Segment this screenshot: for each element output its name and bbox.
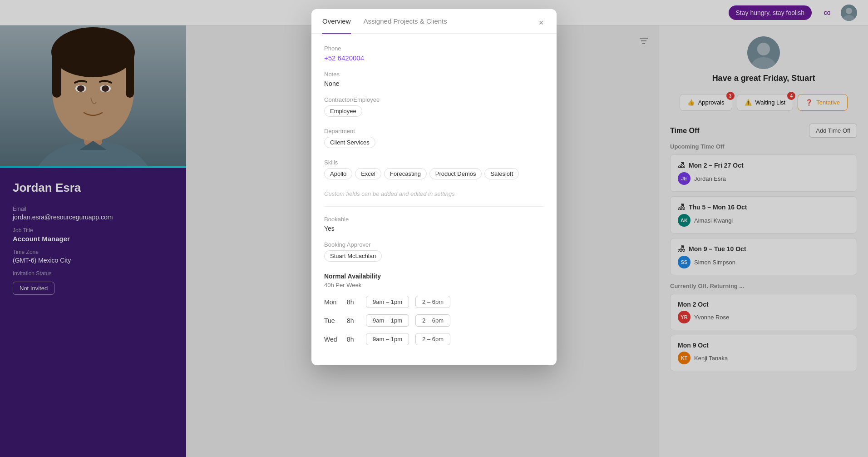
skill-tag: Apollo: [324, 168, 352, 179]
avail-hours: 8h: [347, 298, 360, 306]
contractor-field: Contractor/Employee Employee: [324, 96, 544, 119]
contractor-tag: Employee: [324, 105, 362, 117]
modal-close-button[interactable]: ×: [535, 16, 547, 29]
skills-field: Skills ApolloExcelForecastingProduct Dem…: [324, 159, 544, 181]
avail-slot-1: 9am – 1pm: [366, 333, 409, 345]
contractor-label: Contractor/Employee: [324, 96, 544, 103]
tab-assigned-projects[interactable]: Assigned Projects & Clients: [364, 9, 447, 34]
avail-slot-1: 9am – 1pm: [366, 314, 409, 327]
custom-fields-note: Custom fields can be added and edited in…: [324, 190, 544, 197]
profile-modal: Overview Assigned Projects & Clients × P…: [311, 9, 557, 365]
skill-tag: Product Demos: [429, 168, 482, 179]
avail-slot-2: 2 – 6pm: [415, 333, 450, 345]
avail-day: Wed: [324, 336, 340, 343]
availability-row: Wed 8h 9am – 1pm 2 – 6pm: [324, 333, 544, 345]
availability-field: Normal Availability 40h Per Week Mon 8h …: [324, 273, 544, 345]
notes-label: Notes: [324, 71, 544, 78]
phone-value: +52 6420004: [324, 54, 544, 62]
availability-label: Normal Availability: [324, 273, 544, 280]
modal-header: Overview Assigned Projects & Clients ×: [311, 9, 557, 34]
phone-label: Phone: [324, 45, 544, 52]
modal-overlay: Overview Assigned Projects & Clients × P…: [0, 0, 868, 457]
skills-label: Skills: [324, 159, 544, 166]
notes-field: Notes None: [324, 71, 544, 87]
availability-rows: Mon 8h 9am – 1pm 2 – 6pm Tue 8h 9am – 1p…: [324, 296, 544, 345]
bookable-label: Bookable: [324, 216, 544, 223]
avail-hours: 8h: [347, 336, 360, 343]
department-field: Department Client Services: [324, 128, 544, 150]
modal-body: Phone +52 6420004 Notes None Contractor/…: [311, 34, 557, 365]
skills-tags: ApolloExcelForecastingProduct DemosSales…: [324, 168, 544, 181]
skill-tag: Forecasting: [384, 168, 427, 179]
avail-day: Mon: [324, 298, 340, 306]
approver-label: Booking Approver: [324, 241, 544, 248]
approver-tag: Stuart McLachlan: [324, 250, 382, 262]
avail-slot-1: 9am – 1pm: [366, 296, 409, 308]
department-label: Department: [324, 128, 544, 134]
avail-slot-2: 2 – 6pm: [415, 314, 450, 327]
availability-hours: 40h Per Week: [324, 282, 544, 288]
availability-row: Tue 8h 9am – 1pm 2 – 6pm: [324, 314, 544, 327]
bookable-field: Bookable Yes: [324, 216, 544, 232]
avail-hours: 8h: [347, 317, 360, 324]
modal-divider: [324, 206, 544, 207]
phone-field: Phone +52 6420004: [324, 45, 544, 62]
skill-tag: Excel: [355, 168, 381, 179]
availability-row: Mon 8h 9am – 1pm 2 – 6pm: [324, 296, 544, 308]
tab-overview[interactable]: Overview: [322, 9, 351, 34]
avail-day: Tue: [324, 317, 340, 324]
approver-field: Booking Approver Stuart McLachlan: [324, 241, 544, 263]
skill-tag: Salesloft: [484, 168, 519, 179]
notes-value: None: [324, 80, 544, 87]
bookable-value: Yes: [324, 225, 544, 232]
avail-slot-2: 2 – 6pm: [415, 296, 450, 308]
department-tag: Client Services: [324, 137, 375, 148]
